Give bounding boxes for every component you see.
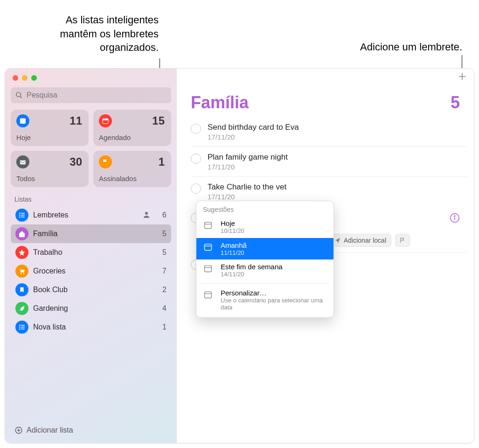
popover-item[interactable]: Amanhã11/11/20: [196, 238, 333, 260]
svg-point-15: [19, 325, 21, 326]
smart-label: Todos: [16, 175, 82, 182]
svg-rect-20: [21, 329, 25, 329]
sidebar-list-item[interactable]: Família5: [11, 224, 171, 243]
svg-rect-11: [21, 217, 25, 217]
smart-list-today[interactable]: 11 Hoje: [11, 110, 89, 146]
list-name: Gardening: [33, 304, 152, 313]
close-window-button[interactable]: [13, 75, 18, 81]
svg-rect-35: [205, 266, 212, 272]
svg-rect-5: [103, 119, 108, 120]
svg-point-19: [19, 329, 21, 330]
svg-point-10: [19, 217, 21, 218]
minimize-window-button[interactable]: [22, 75, 28, 81]
reminder-date: 17/11/20: [208, 163, 460, 171]
calendar-today-icon: [16, 114, 29, 127]
list-icon: [15, 209, 28, 222]
list-name: Lembretes: [33, 211, 138, 219]
add-location-label: Adicionar local: [344, 237, 386, 244]
smart-count: 1: [159, 155, 165, 168]
reminder-item[interactable]: Plan family game night17/11/20: [191, 147, 467, 177]
add-reminder-button[interactable]: [457, 71, 467, 82]
lists-section-label: Listas: [11, 194, 171, 206]
complete-toggle[interactable]: [191, 154, 201, 164]
callout-line: [462, 55, 462, 69]
popover-item[interactable]: Este fim de semana14/11/20: [196, 259, 333, 281]
search-icon: [15, 91, 23, 99]
list-name: Nova lista: [33, 323, 152, 331]
add-list-label: Adicionar lista: [27, 426, 73, 434]
zoom-window-button[interactable]: [31, 75, 37, 81]
svg-point-17: [19, 327, 21, 328]
popover-item-subtitle: 14/11/20: [221, 271, 283, 278]
shared-icon: [142, 210, 152, 220]
tray-icon: [16, 155, 29, 168]
reminder-date: 17/11/20: [208, 133, 460, 141]
smart-count: 30: [69, 155, 82, 168]
list-name: Book Club: [33, 286, 152, 294]
svg-rect-18: [21, 327, 25, 327]
complete-toggle[interactable]: [191, 124, 201, 134]
reminder-title: Plan family game night: [208, 153, 460, 162]
sidebar-list-item[interactable]: Gardening4: [11, 299, 171, 318]
popover-item[interactable]: Hoje10/11/20: [196, 216, 333, 238]
smart-list-flagged[interactable]: 1 Assinalados: [93, 151, 171, 187]
list-count: 5: [156, 230, 167, 238]
calendar-icon: [203, 242, 215, 252]
reminder-title: Take Charlie to the vet: [208, 182, 460, 192]
svg-point-30: [454, 216, 455, 217]
date-suggestions-popover: Sugestões Hoje10/11/20Amanhã11/11/20Este…: [196, 201, 334, 318]
add-list-button[interactable]: Adicionar lista: [11, 421, 171, 439]
sidebar-list-item[interactable]: Trabalho5: [11, 243, 171, 262]
sidebar-list-item[interactable]: Book Club2: [11, 280, 171, 299]
svg-point-6: [19, 213, 21, 214]
smart-list-all[interactable]: 30 Todos: [11, 151, 89, 187]
location-icon: [334, 237, 341, 244]
list-count: 4: [156, 304, 167, 313]
list-icon: [15, 265, 28, 278]
add-location-chip[interactable]: Adicionar local: [329, 234, 391, 247]
list-count: 6: [156, 211, 167, 219]
calendar-icon: [203, 220, 215, 231]
calendar-icon: [203, 290, 215, 300]
svg-line-1: [20, 96, 22, 98]
popover-header: Sugestões: [196, 201, 333, 216]
sidebar-list-item[interactable]: Nova lista1: [11, 318, 171, 336]
sidebar-list-item[interactable]: Groceries7: [11, 262, 171, 280]
flag-chip[interactable]: [395, 234, 410, 247]
list-title: Família: [191, 93, 249, 112]
toolbar: [177, 69, 474, 84]
smart-list-scheduled[interactable]: 15 Agendado: [93, 110, 171, 146]
list-icon: [15, 283, 28, 296]
svg-point-14: [23, 273, 25, 274]
svg-rect-16: [21, 325, 25, 325]
popover-divider: [201, 283, 329, 284]
calendar-icon: [99, 114, 112, 127]
list-icon: [15, 321, 28, 334]
svg-point-0: [16, 92, 21, 97]
info-button[interactable]: [450, 213, 460, 223]
popover-item-subtitle: 10/11/20: [221, 227, 244, 235]
smart-count: 11: [69, 114, 82, 127]
flag-icon: [399, 237, 406, 244]
svg-point-12: [145, 212, 148, 215]
complete-toggle[interactable]: [191, 183, 201, 194]
list-count: 5: [451, 93, 460, 112]
list-count: 2: [156, 286, 167, 294]
popover-item-subtitle: Use o calendário para selecionar uma dat…: [221, 297, 327, 311]
search-input[interactable]: Pesquisa: [11, 87, 171, 103]
calendar-icon: [203, 264, 215, 274]
list-name: Groceries: [33, 267, 152, 275]
callout-add-reminder: Adicione um lembrete.: [360, 40, 462, 54]
smart-label: Assinalados: [99, 175, 165, 182]
smart-count: 15: [152, 114, 165, 127]
list-icon: [15, 246, 28, 259]
sidebar-list-item[interactable]: Lembretes6: [11, 206, 171, 224]
svg-rect-9: [21, 215, 25, 215]
popover-item-customize[interactable]: Personalizar… Use o calendário para sele…: [196, 286, 333, 315]
list-count: 7: [156, 267, 167, 275]
popover-item-subtitle: 11/11/20: [221, 249, 247, 257]
reminder-date: 17/11/20: [208, 193, 460, 201]
reminder-item[interactable]: Send birthday card to Eva17/11/20: [191, 117, 467, 147]
callout-smart-lists: As listas inteligentes mantêm os lembret…: [42, 13, 159, 55]
list-icon: [15, 227, 28, 240]
